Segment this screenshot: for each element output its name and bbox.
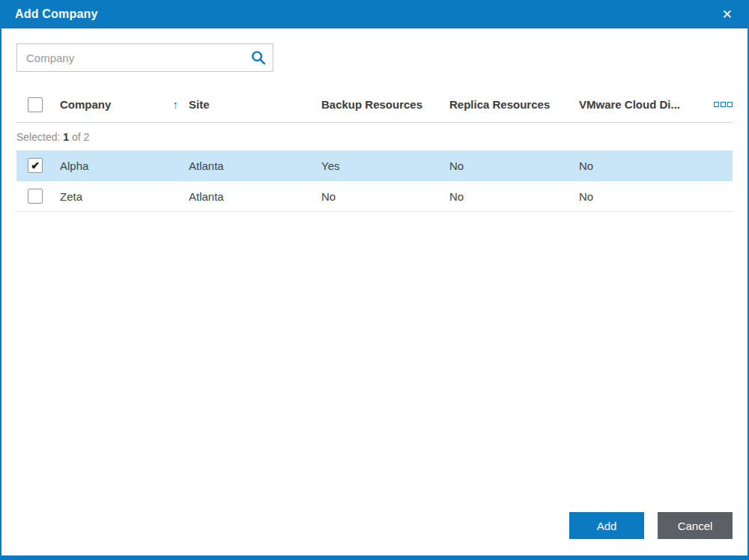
close-icon[interactable]: ✕ [718, 5, 737, 24]
cell-replica-resources: No [449, 159, 579, 172]
cell-site: Atlanta [189, 190, 321, 203]
cell-company: Zeta [60, 190, 189, 203]
table-header: Company ↑ Site Backup Resources Replica … [16, 87, 733, 123]
column-header-backup-resources[interactable]: Backup Resources [321, 98, 449, 111]
select-all-checkbox[interactable] [28, 97, 43, 112]
add-button[interactable]: Add [569, 512, 644, 539]
column-header-replica-resources[interactable]: Replica Resources [449, 98, 579, 111]
dialog-titlebar: Add Company ✕ [0, 0, 749, 28]
column-header-company[interactable]: Company ↑ [60, 98, 189, 111]
cell-vmware-cloud: No [579, 190, 698, 203]
dialog-footer: Add Cancel [16, 512, 733, 556]
sort-ascending-icon[interactable]: ↑ [173, 98, 179, 111]
selected-summary-label: Selected: [16, 131, 60, 143]
cell-backup-resources: Yes [321, 159, 449, 172]
row-checkbox[interactable] [28, 158, 43, 173]
dialog-content: Company ↑ Site Backup Resources Replica … [1, 28, 748, 556]
cancel-button[interactable]: Cancel [658, 512, 733, 539]
selected-summary: Selected: 1 of 2 [16, 123, 733, 150]
select-all-cell [16, 97, 60, 112]
column-header-site[interactable]: Site [189, 98, 321, 111]
table-row[interactable]: Zeta Atlanta No No No [16, 181, 733, 212]
company-search-box[interactable] [16, 43, 273, 72]
column-header-vmware-cloud[interactable]: VMware Cloud Di... [579, 98, 698, 111]
cell-backup-resources: No [321, 190, 449, 203]
column-header-company-label: Company [60, 98, 111, 111]
cell-site: Atlanta [189, 159, 321, 172]
search-icon[interactable] [244, 44, 273, 71]
cell-vmware-cloud: No [579, 159, 698, 172]
table-row[interactable]: Alpha Atlanta Yes No No [16, 150, 733, 181]
cell-company: Alpha [60, 159, 189, 172]
row-checkbox-cell [16, 189, 60, 204]
row-checkbox[interactable] [28, 189, 43, 204]
add-company-dialog: Add Company ✕ Company ↑ Site Backup Reso… [0, 0, 749, 560]
search-input[interactable] [17, 52, 244, 64]
cell-replica-resources: No [449, 190, 579, 203]
selected-total: of 2 [72, 131, 89, 143]
row-checkbox-cell [16, 158, 60, 173]
selected-count: 1 [63, 131, 69, 143]
column-chooser-icon[interactable] [698, 102, 733, 107]
dialog-title: Add Company [15, 7, 98, 21]
